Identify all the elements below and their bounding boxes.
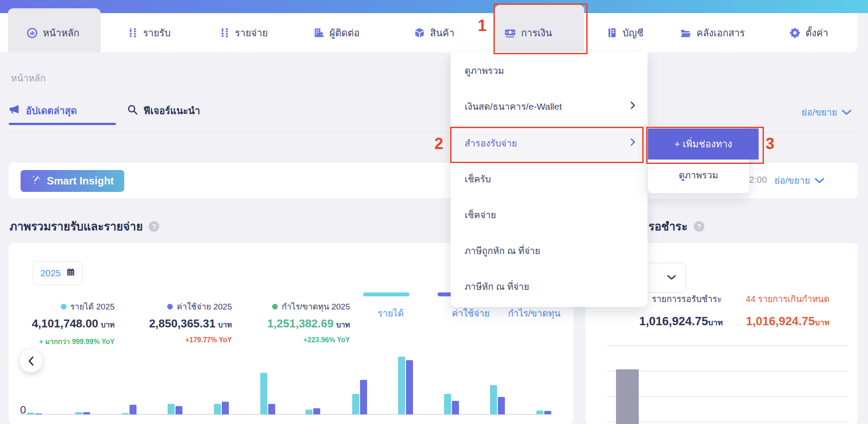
nav-item-accounting[interactable]: บัญชี: [606, 13, 644, 52]
overdue-label: 44 รายการเกินกำหนด: [720, 292, 830, 306]
bar-series-1-month-2: [83, 412, 90, 414]
search-icon: [127, 104, 138, 118]
tab-label: ฟีเจอร์แนะนำ: [144, 103, 200, 118]
smart-insight-badge[interactable]: Smart Insight: [21, 170, 124, 192]
overview-section-title: ภาพรวมรายรับและรายจ่าย ?: [10, 217, 159, 235]
bar-series-0-month-10: [444, 394, 451, 414]
receivable-title-text: รอชำระ: [648, 217, 688, 235]
overview-title-text: ภาพรวมรายรับและรายจ่าย: [10, 217, 143, 235]
gridline: [607, 421, 848, 422]
help-icon[interactable]: ?: [149, 221, 159, 232]
app-window: หน้าหลัก รายรับ รายจ่าย ผู้ติดต่อ สินค้า…: [0, 0, 868, 424]
products-icon: [414, 27, 425, 38]
collapse-expand-link[interactable]: ย่อ/ขยาย: [802, 105, 851, 119]
ledger-icon: [606, 27, 618, 38]
menu-item-cash-bank-ewallet[interactable]: เงินสด/ธนาคาร/e-Wallet: [451, 88, 648, 124]
nav-item-label: ผู้ติดต่อ: [329, 25, 360, 41]
bar-series-0-month-3: [122, 413, 129, 414]
megaphone-icon: [9, 104, 21, 118]
nav-item-products[interactable]: สินค้า: [414, 13, 455, 52]
bar-series-0-month-6: [260, 373, 267, 414]
menu-item-cheque-paid[interactable]: เช็คจ่าย: [451, 197, 648, 233]
annotation-step3: 3: [766, 135, 774, 153]
gridline: [607, 345, 848, 346]
menu-item-tax-withheld[interactable]: ภาษีถูกหัก ณ ที่จ่าย: [451, 233, 648, 268]
menu-item-overview[interactable]: ดูภาพรวม: [451, 52, 648, 88]
menu-item-advance-payment[interactable]: สำรองรับจ่าย: [451, 125, 648, 161]
tab-latest-update[interactable]: อัปเดตล่าสุด: [9, 103, 77, 118]
nav-item-home[interactable]: หน้าหลัก: [26, 13, 79, 52]
receivable-bar: [616, 369, 639, 424]
help-icon[interactable]: ?: [694, 221, 704, 232]
top-gradient-bar: [0, 0, 868, 13]
tab-recommended-features[interactable]: ฟีเจอร์แนะนำ: [127, 103, 200, 118]
insight-timestamp: 2:00: [749, 174, 767, 185]
smart-insight-label: Smart Insight: [47, 175, 114, 187]
tab-label: อัปเดตล่าสุด: [26, 103, 77, 118]
receivable-section-title: รอชำระ ?: [648, 217, 704, 235]
gridline: [607, 396, 848, 397]
bar-series-1-month-4: [175, 406, 182, 414]
magic-wand-icon: [31, 174, 42, 188]
bar-series-0-month-11: [490, 385, 497, 414]
finance-dropdown-menu: ดูภาพรวม เงินสด/ธนาคาร/e-Wallet สำรองรับ…: [451, 52, 648, 307]
chevron-down-icon: [815, 175, 824, 186]
breadcrumb: หน้าหลัก: [11, 71, 46, 85]
nav-item-finance[interactable]: การเงิน: [504, 13, 552, 52]
annotation-step2: 2: [434, 135, 443, 153]
nav-item-expense[interactable]: รายจ่าย: [219, 13, 268, 52]
bar-series-1-month-9: [406, 360, 413, 414]
bar-series-0-month-4: [168, 404, 175, 414]
nav-item-label: การเงิน: [521, 25, 552, 41]
bar-series-0-month-5: [214, 404, 221, 414]
submenu-item-overview[interactable]: ดูภาพรวม: [648, 160, 749, 190]
dashboard-icon: [26, 27, 38, 39]
menu-item-label: ภาษีหัก ณ ที่จ่าย: [465, 279, 529, 294]
menu-item-label: เช็ครับ: [465, 172, 491, 186]
bar-series-0-month-8: [352, 394, 359, 414]
bar-series-1-month-8: [360, 380, 367, 414]
bar-series-0-month-1: [27, 413, 34, 414]
chevron-down-icon: [842, 107, 851, 118]
active-tab-underline: [9, 123, 116, 125]
collapse-label: ย่อ/ขยาย: [802, 105, 837, 119]
receivable-filter-select[interactable]: [643, 263, 686, 293]
add-channel-button[interactable]: + เพิ่มช่องทาง: [648, 129, 759, 160]
gridline: [607, 371, 848, 372]
menu-item-withholding-tax[interactable]: ภาษีหัก ณ ที่จ่าย: [451, 268, 648, 304]
nav-item-label: หน้าหลัก: [43, 25, 79, 41]
bar-series-1-month-12: [544, 411, 551, 414]
nav-item-label: บัญชี: [623, 25, 644, 41]
menu-item-label: เช็คจ่าย: [465, 208, 496, 222]
bar-series-1-month-1: [35, 414, 42, 414]
bar-series-1-month-7: [313, 408, 320, 414]
nav-item-label: รายรับ: [143, 25, 171, 41]
nav-item-label: รายจ่าย: [235, 25, 268, 41]
chevron-down-icon: [667, 274, 676, 282]
expense-icon: [219, 27, 230, 38]
bar-series-0-month-2: [75, 412, 82, 414]
insight-collapse-link[interactable]: ย่อ/ขยาย: [774, 173, 824, 188]
documents-icon: [680, 27, 692, 39]
collapse-label: ย่อ/ขยาย: [774, 173, 810, 188]
contacts-icon: [313, 27, 325, 38]
settings-icon: [789, 27, 801, 38]
menu-item-label: ดูภาพรวม: [465, 63, 504, 78]
nav-item-documents[interactable]: คลังเอกสาร: [680, 13, 745, 52]
nav-item-label: คลังเอกสาร: [696, 25, 745, 41]
menu-item-cheque-received[interactable]: เช็ครับ: [451, 161, 648, 197]
income-icon: [127, 27, 138, 38]
nav-item-settings[interactable]: ตั้งค่า: [789, 13, 828, 52]
bar-series-0-month-7: [305, 410, 312, 414]
chart-prev-button[interactable]: [20, 350, 42, 372]
chevron-right-icon: [630, 101, 635, 111]
nav-item-contacts[interactable]: ผู้ติดต่อ: [313, 13, 360, 52]
menu-item-label: เงินสด/ธนาคาร/e-Wallet: [465, 99, 562, 114]
bar-series-1-month-5: [222, 402, 229, 414]
menu-item-label: สำรองรับจ่าย: [465, 136, 517, 150]
nav-item-income[interactable]: รายรับ: [127, 13, 171, 52]
bar-series-1-month-6: [268, 404, 275, 414]
bar-series-1-month-10: [452, 401, 459, 414]
x-axis-line: [20, 414, 537, 415]
nav-item-label: สินค้า: [430, 25, 455, 41]
